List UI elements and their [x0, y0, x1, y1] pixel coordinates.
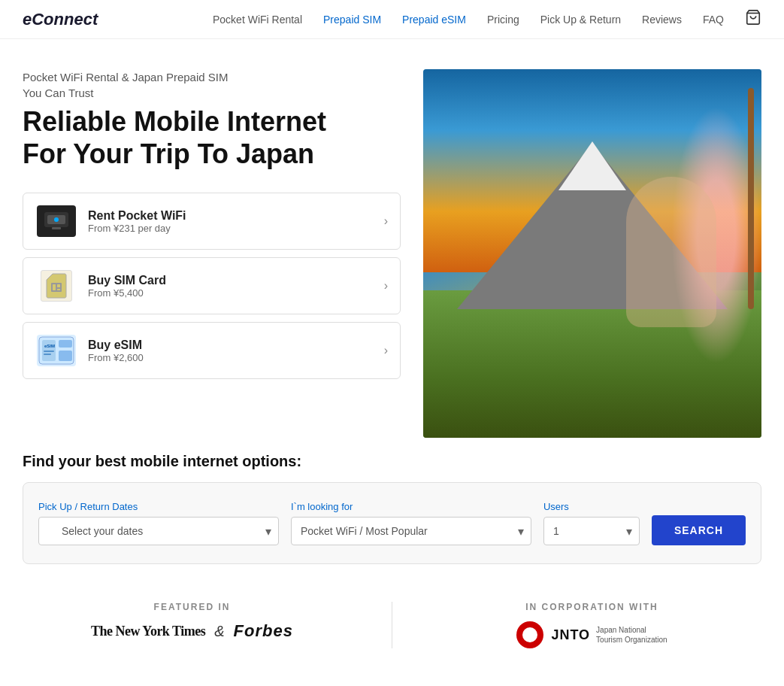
corporation-label: IN CORPORATION WITH: [422, 602, 761, 612]
product-card-esim[interactable]: eSIM Buy eSIM From ¥2,600 ›: [23, 322, 401, 379]
nav-item-reviews[interactable]: Reviews: [642, 13, 682, 26]
featured-logos: The New York Times & Forbes: [23, 621, 362, 641]
search-box: Pick Up / Return Dates 📅 Select your dat…: [23, 482, 761, 564]
cart-icon[interactable]: [745, 9, 761, 29]
forbes-logo: Forbes: [234, 621, 293, 641]
svg-rect-15: [59, 351, 72, 361]
hero-left: Pocket WiFi Rental & Japan Prepaid SIMYo…: [23, 69, 408, 402]
users-select-wrapper: 1 2 3 4 5: [543, 517, 640, 545]
svg-rect-7: [57, 284, 60, 287]
featured-section: FEATURED IN The New York Times & Forbes …: [0, 579, 784, 671]
wifi-device-icon: [35, 204, 77, 238]
chevron-right-icon-sim: ›: [384, 279, 388, 293]
corp-logos: JNTO Japan NationalTourism Organization: [422, 621, 761, 648]
svg-rect-4: [52, 227, 61, 229]
looking-select[interactable]: Pocket WiFi / Most Popular SIM Card eSIM: [291, 517, 531, 545]
find-section: Find your best mobile internet options: …: [0, 453, 784, 579]
japan-logo-circle: [516, 621, 543, 648]
svg-rect-13: [44, 354, 51, 355]
svg-point-3: [54, 217, 59, 222]
nav-item-pocket-wifi[interactable]: Pocket WiFi Rental: [213, 13, 302, 26]
users-label: Users: [543, 501, 640, 512]
product-card-wifi[interactable]: Rent Pocket WiFi From ¥231 per day ›: [23, 193, 401, 250]
logo: eConnect: [23, 10, 98, 29]
looking-field: I`m looking for Pocket WiFi / Most Popul…: [291, 501, 531, 545]
dates-field: Pick Up / Return Dates 📅 Select your dat…: [38, 501, 279, 545]
nav-item-faq[interactable]: FAQ: [703, 13, 724, 26]
nav-item-pickup-return[interactable]: Pick Up & Return: [540, 13, 621, 26]
nav-item-prepaid-sim[interactable]: Prepaid SIM: [323, 13, 381, 26]
hero-image: [423, 69, 761, 438]
nyt-logo: The New York Times: [91, 624, 205, 639]
dates-select[interactable]: Select your dates: [38, 517, 279, 545]
in-corporation-with: IN CORPORATION WITH JNTO Japan NationalT…: [392, 602, 761, 648]
nav-links: Pocket WiFi Rental Prepaid SIM Prepaid e…: [213, 13, 724, 26]
jnto-text: JNTO: [551, 627, 590, 643]
hero-subtitle: Pocket WiFi Rental & Japan Prepaid SIMYo…: [23, 69, 401, 101]
hero-title: Reliable Mobile InternetFor Your Trip To…: [23, 105, 401, 170]
find-title: Find your best mobile internet options:: [23, 453, 761, 470]
svg-rect-8: [57, 289, 60, 290]
looking-label: I`m looking for: [291, 501, 531, 512]
product-cards: Rent Pocket WiFi From ¥231 per day ›: [23, 193, 401, 379]
chevron-right-icon-esim: ›: [384, 344, 388, 357]
product-card-wifi-text: Rent Pocket WiFi From ¥231 per day: [88, 209, 384, 234]
jnto-badge: JNTO Japan NationalTourism Organization: [551, 625, 667, 645]
sim-card-icon: [35, 269, 77, 303]
looking-select-wrapper: Pocket WiFi / Most Popular SIM Card eSIM: [291, 517, 531, 545]
hero-section: Pocket WiFi Rental & Japan Prepaid SIMYo…: [0, 39, 784, 453]
svg-rect-14: [59, 340, 72, 348]
japan-logo-inner: [522, 627, 537, 642]
featured-in: FEATURED IN The New York Times & Forbes: [23, 602, 392, 648]
ampersand: &: [214, 623, 224, 640]
svg-rect-12: [44, 351, 54, 352]
navbar: eConnect Pocket WiFi Rental Prepaid SIM …: [0, 0, 784, 39]
search-button[interactable]: SEARCH: [652, 515, 746, 545]
nav-item-prepaid-esim[interactable]: Prepaid eSIM: [402, 13, 466, 26]
product-card-sim[interactable]: Buy SIM Card From ¥5,400 ›: [23, 257, 401, 314]
product-card-esim-text: Buy eSIM From ¥2,600: [88, 338, 384, 363]
search-row: Pick Up / Return Dates 📅 Select your dat…: [38, 501, 746, 545]
esim-icon: eSIM: [35, 333, 77, 368]
svg-rect-6: [53, 284, 56, 290]
chevron-right-icon: ›: [384, 214, 388, 228]
product-card-sim-text: Buy SIM Card From ¥5,400: [88, 274, 384, 299]
nav-item-pricing[interactable]: Pricing: [487, 13, 519, 26]
dates-select-wrapper: 📅 Select your dates: [38, 517, 279, 545]
featured-in-label: FEATURED IN: [23, 602, 362, 612]
jnto-description: Japan NationalTourism Organization: [596, 625, 667, 645]
users-select[interactable]: 1 2 3 4 5: [543, 517, 640, 545]
svg-text:eSIM: eSIM: [44, 344, 55, 348]
users-field: Users 1 2 3 4 5: [543, 501, 640, 545]
dates-label: Pick Up / Return Dates: [38, 501, 279, 512]
